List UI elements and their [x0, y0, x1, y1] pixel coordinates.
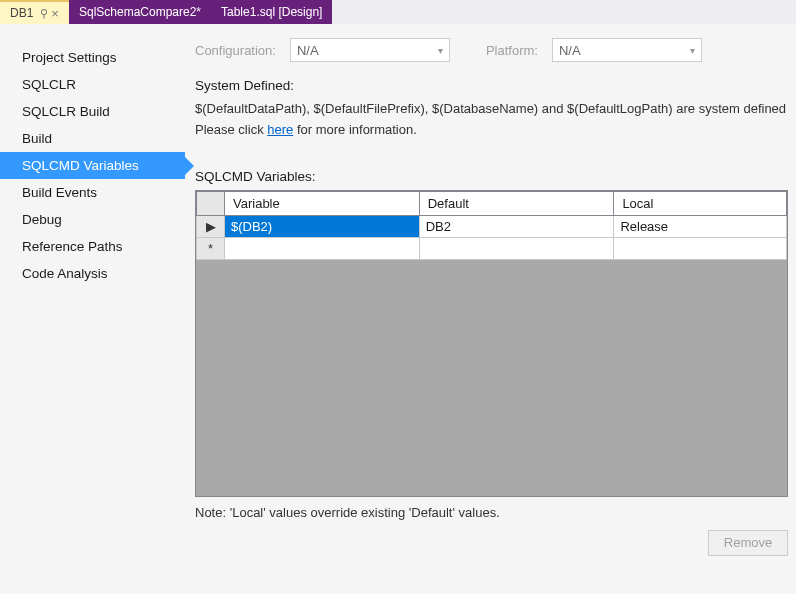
sidebar: Project Settings SQLCLR SQLCLR Build Bui… — [0, 24, 185, 594]
cell-local-new[interactable] — [614, 237, 787, 259]
grid-empty-area — [196, 260, 787, 496]
cell-default[interactable]: DB2 — [419, 215, 614, 237]
platform-value: N/A — [559, 43, 581, 58]
variables-table[interactable]: Variable Default Local ▶ $(DB2) DB2 Rele… — [196, 191, 787, 260]
close-icon[interactable]: × — [51, 6, 59, 21]
sidebar-item-sqlcmd-variables[interactable]: SQLCMD Variables — [0, 152, 185, 179]
pin-icon[interactable]: ⚲ — [40, 7, 48, 20]
row-indicator-active: ▶ — [197, 215, 225, 237]
tab-sqlschemacompare[interactable]: SqlSchemaCompare2* — [69, 0, 211, 24]
sidebar-item-project-settings[interactable]: Project Settings — [0, 44, 185, 71]
sidebar-item-sqlclr-build[interactable]: SQLCLR Build — [0, 98, 185, 125]
main-panel: Configuration: N/A ▾ Platform: N/A ▾ Sys… — [185, 24, 796, 594]
platform-label: Platform: — [486, 43, 538, 58]
table-header-row: Variable Default Local — [197, 191, 787, 215]
system-defined-line2a: Please click — [195, 122, 267, 137]
column-variable[interactable]: Variable — [225, 191, 420, 215]
sidebar-item-debug[interactable]: Debug — [0, 206, 185, 233]
here-link[interactable]: here — [267, 122, 293, 137]
variables-grid: Variable Default Local ▶ $(DB2) DB2 Rele… — [195, 190, 788, 497]
configuration-value: N/A — [297, 43, 319, 58]
sidebar-item-build-events[interactable]: Build Events — [0, 179, 185, 206]
chevron-down-icon: ▾ — [438, 45, 443, 56]
configuration-select[interactable]: N/A ▾ — [290, 38, 450, 62]
table-row[interactable]: ▶ $(DB2) DB2 Release — [197, 215, 787, 237]
column-default[interactable]: Default — [419, 191, 614, 215]
config-row: Configuration: N/A ▾ Platform: N/A ▾ — [195, 38, 788, 62]
remove-button[interactable]: Remove — [708, 530, 788, 556]
configuration-label: Configuration: — [195, 43, 276, 58]
cell-default-new[interactable] — [419, 237, 614, 259]
column-local[interactable]: Local — [614, 191, 787, 215]
platform-select[interactable]: N/A ▾ — [552, 38, 702, 62]
system-defined-text: $(DefaultDataPath), $(DefaultFilePrefix)… — [195, 99, 788, 141]
tab-table1[interactable]: Table1.sql [Design] — [211, 0, 332, 24]
sidebar-item-reference-paths[interactable]: Reference Paths — [0, 233, 185, 260]
system-defined-heading: System Defined: — [195, 78, 788, 93]
sidebar-item-code-analysis[interactable]: Code Analysis — [0, 260, 185, 287]
table-row-new[interactable]: * — [197, 237, 787, 259]
sidebar-item-sqlclr[interactable]: SQLCLR — [0, 71, 185, 98]
grid-title: SQLCMD Variables: — [195, 169, 788, 184]
note-text: Note: 'Local' values override existing '… — [195, 505, 788, 520]
content-area: Project Settings SQLCLR SQLCLR Build Bui… — [0, 24, 796, 594]
tab-label: Table1.sql [Design] — [221, 5, 322, 19]
tab-bar: DB1 ⚲ × SqlSchemaCompare2* Table1.sql [D… — [0, 0, 796, 24]
tab-label: SqlSchemaCompare2* — [79, 5, 201, 19]
cell-local[interactable]: Release — [614, 215, 787, 237]
chevron-down-icon: ▾ — [690, 45, 695, 56]
row-indicator-new: * — [197, 237, 225, 259]
cell-variable-new[interactable] — [225, 237, 420, 259]
system-defined-line2b: for more information. — [293, 122, 417, 137]
button-row: Remove — [195, 530, 788, 556]
sidebar-item-build[interactable]: Build — [0, 125, 185, 152]
system-defined-line1: $(DefaultDataPath), $(DefaultFilePrefix)… — [195, 101, 786, 116]
cell-variable[interactable]: $(DB2) — [225, 215, 420, 237]
tab-db1[interactable]: DB1 ⚲ × — [0, 0, 69, 24]
row-header-blank — [197, 191, 225, 215]
